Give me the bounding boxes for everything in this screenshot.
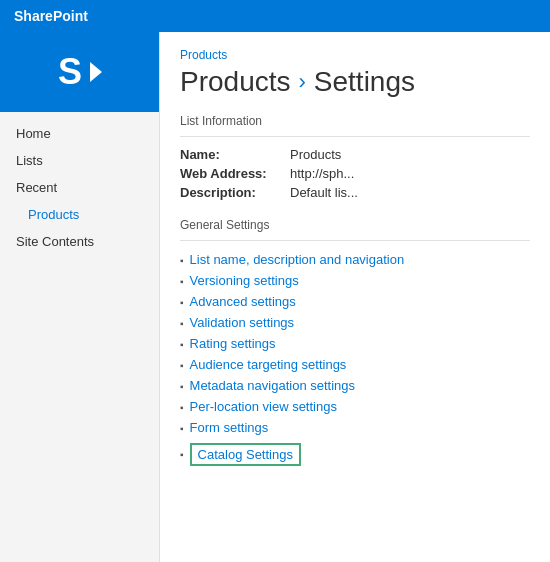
general-settings-header: General Settings — [180, 218, 530, 232]
settings-list-item-rating: ▪Rating settings — [180, 333, 530, 354]
web-address-value: http://sph... — [290, 164, 358, 183]
title-arrow: › — [299, 69, 306, 95]
general-settings-section: General Settings ▪List name, description… — [180, 218, 530, 469]
catalog-settings-item: ▪ Catalog Settings — [180, 440, 530, 469]
page-title-part2: Settings — [314, 66, 415, 98]
description-label: Description: — [180, 183, 290, 202]
settings-link-list-name[interactable]: List name, description and navigation — [190, 252, 405, 267]
list-information-section: List Information Name: Products Web Addr… — [180, 114, 530, 202]
main-content: Products Products › Settings List Inform… — [160, 32, 550, 562]
settings-list-item-list-name: ▪List name, description and navigation — [180, 249, 530, 270]
settings-list-item-validation: ▪Validation settings — [180, 312, 530, 333]
settings-link-metadata[interactable]: Metadata navigation settings — [190, 378, 356, 393]
list-info-header: List Information — [180, 114, 530, 128]
settings-link-advanced[interactable]: Advanced settings — [190, 294, 296, 309]
catalog-settings-link[interactable]: Catalog Settings — [190, 443, 301, 466]
sidebar-item-site-contents[interactable]: Site Contents — [0, 228, 159, 255]
divider-2 — [180, 240, 530, 241]
settings-link-audience[interactable]: Audience targeting settings — [190, 357, 347, 372]
bullet-icon: ▪ — [180, 318, 184, 329]
bullet-icon: ▪ — [180, 276, 184, 287]
settings-link-validation[interactable]: Validation settings — [190, 315, 295, 330]
divider-1 — [180, 136, 530, 137]
list-info-name-row: Name: Products — [180, 145, 358, 164]
web-address-label: Web Address: — [180, 164, 290, 183]
title-bar: SharePoint — [0, 0, 550, 32]
settings-list-item-metadata: ▪Metadata navigation settings — [180, 375, 530, 396]
settings-link-form[interactable]: Form settings — [190, 420, 269, 435]
sidebar: S Home Lists Recent Products Site C — [0, 32, 160, 562]
name-value: Products — [290, 145, 358, 164]
settings-list-item-form: ▪Form settings — [180, 417, 530, 438]
bullet-icon: ▪ — [180, 423, 184, 434]
bullet-icon: ▪ — [180, 402, 184, 413]
app-name: SharePoint — [14, 8, 88, 24]
sharepoint-logo: S — [0, 32, 159, 112]
description-value: Default lis... — [290, 183, 358, 202]
settings-list: ▪List name, description and navigation▪V… — [180, 249, 530, 438]
bullet-icon: ▪ — [180, 297, 184, 308]
settings-list-item-advanced: ▪Advanced settings — [180, 291, 530, 312]
bullet-icon: ▪ — [180, 255, 184, 266]
sharepoint-window: SharePoint S Home Lists Recent — [0, 0, 550, 562]
settings-link-rating[interactable]: Rating settings — [190, 336, 276, 351]
list-info-webaddress-row: Web Address: http://sph... — [180, 164, 358, 183]
catalog-bullet-icon: ▪ — [180, 449, 184, 460]
settings-link-versioning[interactable]: Versioning settings — [190, 273, 299, 288]
bullet-icon: ▪ — [180, 381, 184, 392]
page-title: Products › Settings — [180, 66, 530, 98]
sidebar-item-recent[interactable]: Recent — [0, 174, 159, 201]
settings-list-item-versioning: ▪Versioning settings — [180, 270, 530, 291]
settings-list-item-per-location: ▪Per-location view settings — [180, 396, 530, 417]
list-info-table: Name: Products Web Address: http://sph..… — [180, 145, 358, 202]
svg-text:S: S — [58, 51, 82, 92]
page-title-part1: Products — [180, 66, 291, 98]
breadcrumb[interactable]: Products — [180, 48, 530, 62]
content-area: S Home Lists Recent Products Site C — [0, 32, 550, 562]
name-label: Name: — [180, 145, 290, 164]
list-info-description-row: Description: Default lis... — [180, 183, 358, 202]
sidebar-nav: Home Lists Recent Products Site Contents — [0, 112, 159, 255]
sidebar-item-products[interactable]: Products — [0, 201, 159, 228]
settings-link-per-location[interactable]: Per-location view settings — [190, 399, 337, 414]
bullet-icon: ▪ — [180, 339, 184, 350]
bullet-icon: ▪ — [180, 360, 184, 371]
sidebar-item-home[interactable]: Home — [0, 120, 159, 147]
sidebar-item-lists[interactable]: Lists — [0, 147, 159, 174]
settings-list-item-audience: ▪Audience targeting settings — [180, 354, 530, 375]
